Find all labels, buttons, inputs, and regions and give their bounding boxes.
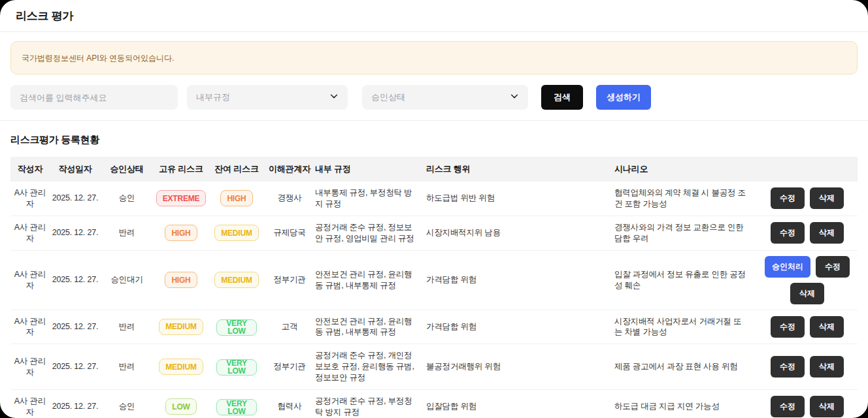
row-actions: 수정삭제 <box>757 391 858 418</box>
column-header: 리스크 행위 <box>426 157 614 182</box>
stakeholder-cell: 협력사 <box>264 395 315 418</box>
table-row: A사 관리자 2025. 12. 27. 반려 MEDIUM VERY LOW … <box>10 310 858 345</box>
internal-rules-cell: 공정거래 준수 규정, 정보보안 규정, 영업비밀 관리 규정 <box>315 216 426 250</box>
delete-button[interactable]: 삭제 <box>810 356 844 378</box>
search-button[interactable]: 검색 <box>541 85 583 110</box>
filter-bar: 내부규정 승인상태 검색 생성하기 <box>0 82 868 121</box>
residual-risk-badge: VERY LOW <box>216 319 257 336</box>
inherent-risk-cell: MEDIUM <box>153 353 209 381</box>
date-cell: 2025. 12. 27. <box>50 315 101 338</box>
table-header-row: 작성자작성일자승인상태고유 리스크잔여 리스크이해관계자내부 규정리스크 행위시… <box>10 157 858 182</box>
inherent-risk-cell: HIGH <box>153 219 209 247</box>
approval-status-cell: 승인 <box>101 187 153 210</box>
inherent-risk-badge: EXTREME <box>156 190 207 206</box>
risk-assessment-page: 리스크 평가 국가법령정보센터 API와 연동되어있습니다. 내부규정 승인상태… <box>0 0 868 418</box>
column-header: 시나리오 <box>614 157 757 182</box>
inherent-risk-cell: MEDIUM <box>153 313 209 341</box>
internal-rules-cell: 공정거래 준수 규정, 개인정보보호 규정, 윤리행동 규범, 정보보안 규정 <box>315 344 426 389</box>
internal-rules-cell: 안전보건 관리 규정, 윤리행동 규범, 내부통제 규정 <box>315 310 426 344</box>
page-header: 리스크 평가 <box>0 0 868 32</box>
stakeholder-cell: 경쟁사 <box>264 187 315 210</box>
residual-risk-badge: VERY LOW <box>216 399 257 415</box>
column-header: 이해관계자 <box>264 157 315 182</box>
residual-risk-cell: HIGH <box>209 184 264 212</box>
author-cell: A사 관리자 <box>10 182 50 216</box>
chevron-down-icon <box>510 91 519 103</box>
risk-table: 작성자작성일자승인상태고유 리스크잔여 리스크이해관계자내부 규정리스크 행위시… <box>10 157 858 418</box>
internal-rules-cell: 안전보건 관리 규정, 윤리행동 규범, 내부통제 규정 <box>315 263 426 297</box>
inherent-risk-cell: EXTREME <box>153 184 209 212</box>
inherent-risk-cell: LOW <box>153 393 209 418</box>
column-header: 잔여 리스크 <box>209 157 264 182</box>
column-header: 내부 규정 <box>315 157 426 182</box>
table-row: A사 관리자 2025. 12. 27. 반려 HIGH MEDIUM 규제당국… <box>10 216 858 251</box>
api-banner-text: 국가법령정보센터 API와 연동되어있습니다. <box>22 54 174 63</box>
edit-button[interactable]: 수정 <box>816 256 850 278</box>
inherent-risk-cell: HIGH <box>153 266 209 294</box>
section-title: 리스크평가 등록현황 <box>0 121 868 157</box>
delete-button[interactable]: 삭제 <box>810 222 844 244</box>
risk-activity-cell: 하도급법 위반 위험 <box>426 187 614 210</box>
row-actions: 수정삭제 <box>757 351 858 383</box>
residual-risk-badge: MEDIUM <box>214 272 258 288</box>
residual-risk-cell: VERY LOW <box>209 352 264 381</box>
table-body: A사 관리자 2025. 12. 27. 승인 EXTREME HIGH 경쟁사… <box>10 182 858 418</box>
author-cell: A사 관리자 <box>10 216 50 250</box>
date-cell: 2025. 12. 27. <box>50 355 101 378</box>
create-button[interactable]: 생성하기 <box>596 85 651 110</box>
column-header: 승인상태 <box>101 157 153 182</box>
internal-rules-cell: 공정거래 준수 규정, 부정청탁 방지 규정 <box>315 390 426 418</box>
approval-status-cell: 승인대기 <box>101 268 153 291</box>
approve-button[interactable]: 승인처리 <box>765 256 810 278</box>
approval-status-dropdown-label: 승인상태 <box>371 91 405 103</box>
edit-button[interactable]: 수정 <box>771 356 805 378</box>
edit-button[interactable]: 수정 <box>771 316 805 338</box>
residual-risk-cell: VERY LOW <box>209 312 264 342</box>
author-cell: A사 관리자 <box>10 263 50 297</box>
scenario-cell: 시장지배적 사업자로서 거래거절 또는 차별 가능성 <box>614 310 757 344</box>
delete-button[interactable]: 삭제 <box>810 316 844 338</box>
risk-activity-cell: 시장지배적지위 남용 <box>426 221 614 244</box>
scenario-cell: 입찰 과정에서 정보 유출로 인한 공정성 훼손 <box>614 263 757 297</box>
risk-activity-cell: 불공정거래행위 위험 <box>426 355 614 378</box>
residual-risk-badge: HIGH <box>220 190 252 206</box>
delete-button[interactable]: 삭제 <box>810 187 844 209</box>
residual-risk-cell: MEDIUM <box>209 219 264 247</box>
author-cell: A사 관리자 <box>10 390 50 418</box>
table-row: A사 관리자 2025. 12. 27. 승인 LOW VERY LOW 협력사… <box>10 390 858 418</box>
scenario-cell: 협력업체와의 계약 체결 시 불공정 조건 포함 가능성 <box>614 182 757 216</box>
approval-status-cell: 반려 <box>101 355 153 378</box>
approval-status-dropdown[interactable]: 승인상태 <box>362 85 528 110</box>
date-cell: 2025. 12. 27. <box>50 221 101 244</box>
row-actions: 승인처리수정삭제 <box>757 251 858 310</box>
residual-risk-badge: VERY LOW <box>216 359 257 376</box>
approval-status-cell: 승인 <box>101 395 153 418</box>
stakeholder-cell: 정부기관 <box>264 268 315 291</box>
chevron-down-icon <box>329 91 339 103</box>
inherent-risk-badge: MEDIUM <box>159 359 203 375</box>
residual-risk-badge: MEDIUM <box>214 225 258 241</box>
inherent-risk-badge: HIGH <box>165 272 197 288</box>
search-input[interactable] <box>10 85 178 110</box>
table-row: A사 관리자 2025. 12. 27. 반려 MEDIUM VERY LOW … <box>10 344 858 390</box>
edit-button[interactable]: 수정 <box>771 396 805 417</box>
internal-rules-cell: 내부통제 규정, 부정청탁 방지 규정 <box>315 182 426 216</box>
residual-risk-cell: MEDIUM <box>209 266 264 294</box>
column-header: 작성자 <box>10 157 50 182</box>
author-cell: A사 관리자 <box>10 310 50 344</box>
residual-risk-cell: VERY LOW <box>209 393 264 418</box>
row-actions: 수정삭제 <box>757 217 858 249</box>
delete-button[interactable]: 삭제 <box>810 396 844 417</box>
date-cell: 2025. 12. 27. <box>50 268 101 291</box>
risk-activity-cell: 가격담합 위험 <box>426 268 614 291</box>
edit-button[interactable]: 수정 <box>771 187 805 209</box>
internal-rule-dropdown-label: 내부규정 <box>196 91 230 103</box>
internal-rule-dropdown[interactable]: 내부규정 <box>187 85 348 110</box>
stakeholder-cell: 고객 <box>264 315 315 338</box>
risk-activity-cell: 입찰담합 위험 <box>426 395 614 418</box>
column-header: 고유 리스크 <box>153 157 209 182</box>
table-row: A사 관리자 2025. 12. 27. 승인 EXTREME HIGH 경쟁사… <box>10 182 858 216</box>
edit-button[interactable]: 수정 <box>771 222 805 244</box>
delete-button[interactable]: 삭제 <box>790 283 824 304</box>
column-header: 작성일자 <box>50 157 101 182</box>
